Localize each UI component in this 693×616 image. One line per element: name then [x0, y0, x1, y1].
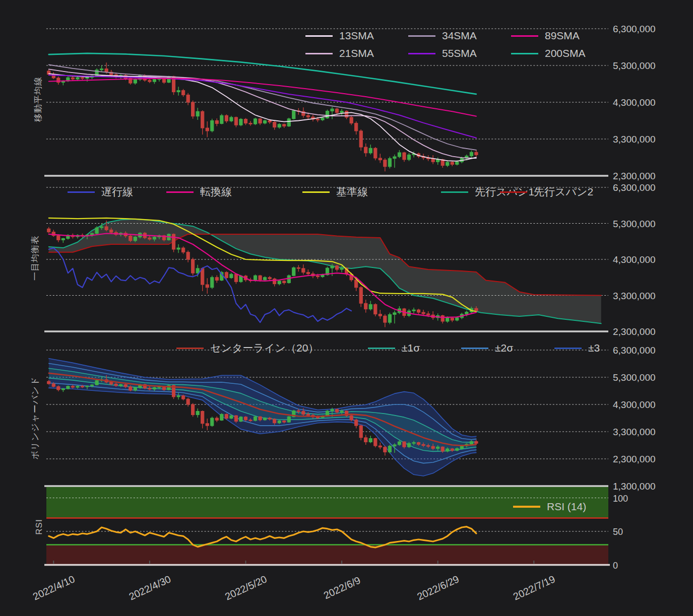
- candle-body: [278, 281, 281, 284]
- candle-body: [239, 119, 242, 125]
- candle-body: [446, 449, 449, 451]
- candle-body: [331, 409, 334, 411]
- candle-body: [192, 404, 195, 415]
- candle-body: [254, 417, 257, 421]
- candle-body: [124, 385, 127, 387]
- candle-body: [196, 412, 199, 415]
- candle-body: [393, 445, 396, 446]
- candle-body: [81, 386, 84, 387]
- candle-body: [422, 444, 425, 445]
- candle-body: [57, 236, 60, 240]
- chart-root: 6,300,0005,300,0004,300,0003,300,0002,30…: [0, 0, 693, 616]
- candle-body: [259, 276, 262, 280]
- candle-body: [335, 109, 338, 112]
- candle-body: [364, 438, 367, 442]
- y-tick-label: 6,300,000: [613, 24, 656, 34]
- candle-body: [456, 318, 459, 320]
- legend-item-センターライン（20）: センターライン（20）: [176, 341, 319, 355]
- y-tick-label: 5,300,000: [613, 60, 656, 71]
- candle-body: [393, 157, 396, 159]
- candle-body: [273, 279, 276, 284]
- candle-body: [417, 310, 420, 312]
- legend-label: 基準線: [336, 185, 368, 199]
- candle-body: [297, 267, 300, 268]
- candle-body: [369, 439, 372, 442]
- legend-label: ±1σ: [402, 342, 420, 354]
- candle-body: [451, 162, 454, 164]
- candle-body: [451, 318, 454, 320]
- candle-body: [61, 389, 65, 390]
- candle-body: [234, 416, 237, 421]
- candle-body: [182, 91, 185, 95]
- candle-body: [451, 449, 454, 450]
- candle-body: [100, 69, 103, 70]
- candle-body: [201, 412, 204, 424]
- candle-body: [302, 268, 305, 272]
- candle-body: [268, 278, 271, 279]
- candle-body: [287, 417, 290, 422]
- candle-body: [384, 447, 387, 452]
- candle-body: [148, 80, 151, 82]
- candle-body: [129, 387, 132, 390]
- candle-body: [446, 162, 449, 166]
- y-tick-label: 3,300,000: [613, 134, 656, 145]
- candle-body: [57, 386, 60, 389]
- candle-body: [369, 304, 372, 309]
- candle-body: [172, 234, 175, 249]
- legend-item-基準線: 基準線: [302, 185, 368, 198]
- x-tick-label: 2022/6/9: [322, 574, 362, 601]
- candle-body: [182, 248, 185, 252]
- candle-body: [234, 117, 237, 125]
- candle-body: [182, 396, 185, 399]
- legend-swatch: [500, 191, 527, 193]
- legend-label: ±3: [588, 342, 600, 354]
- candle-body: [306, 272, 309, 274]
- candle-body: [264, 121, 267, 123]
- legend-swatch: [513, 506, 540, 508]
- candle-body: [71, 78, 74, 79]
- candle-body: [340, 111, 343, 113]
- candle-body: [306, 414, 309, 415]
- candle-body: [230, 274, 233, 278]
- legend-label: 89SMA: [545, 30, 580, 42]
- candle-body: [177, 248, 180, 249]
- candle-body: [470, 152, 473, 156]
- candle-body: [244, 119, 247, 123]
- candle-body: [61, 239, 65, 240]
- candle-body: [374, 148, 377, 158]
- candle-body: [230, 416, 233, 418]
- candle-body: [230, 117, 233, 121]
- chart-canvas[interactable]: 6,300,0005,300,0004,300,0003,300,0002,30…: [0, 0, 693, 616]
- legend-label: 転換線: [200, 185, 232, 199]
- candle-body: [359, 426, 362, 438]
- candle-body: [379, 446, 382, 447]
- candle-body: [335, 409, 338, 412]
- legend-label: 13SMA: [339, 30, 374, 42]
- candle-body: [475, 441, 478, 443]
- legend-swatch: [511, 35, 538, 37]
- candle-body: [340, 268, 343, 269]
- legend-swatch: [461, 348, 488, 349]
- candle-body: [379, 314, 382, 316]
- candle-body: [254, 119, 257, 124]
- candle-body: [350, 117, 353, 123]
- candle-body: [114, 384, 117, 386]
- candle-body: [355, 420, 358, 426]
- legend-swatch: [554, 348, 582, 349]
- candle-body: [86, 77, 89, 78]
- candle-body: [475, 308, 478, 311]
- candle-body: [393, 313, 396, 315]
- candle-body: [225, 115, 228, 121]
- candle-body: [211, 278, 214, 288]
- legend-swatch: [305, 35, 333, 37]
- panel-title-rsi: RSI: [34, 507, 44, 547]
- legend-swatch: [441, 191, 468, 193]
- candle-body: [379, 158, 382, 160]
- legend-item-遅行線: 遅行線: [68, 185, 133, 198]
- legend-swatch: [408, 35, 435, 37]
- candle-body: [47, 381, 50, 384]
- sma-line-21SMA: [49, 69, 476, 158]
- candle-body: [316, 276, 319, 277]
- candle-body: [302, 412, 305, 415]
- legend-swatch: [176, 348, 204, 349]
